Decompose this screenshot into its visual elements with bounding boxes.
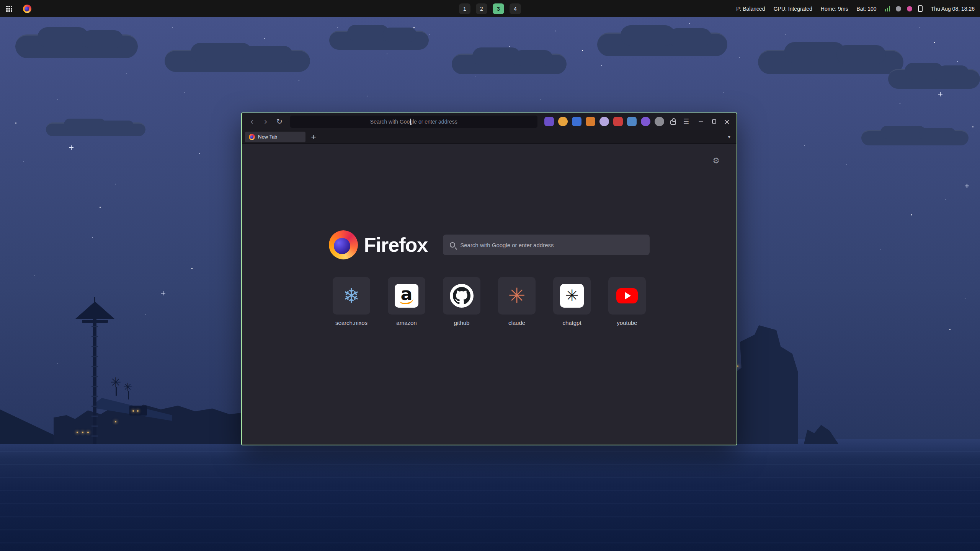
extension-icon[interactable]	[599, 117, 609, 126]
clock: Thu Aug 08, 18:26	[931, 6, 975, 12]
shore-light	[77, 432, 78, 433]
extension-icon[interactable]	[627, 117, 637, 126]
ocean	[0, 439, 980, 551]
workspace-button-4[interactable]: 4	[510, 3, 521, 14]
palm-tree-icon: ✳	[110, 376, 121, 389]
search-input[interactable]	[460, 242, 643, 248]
star-sparkle-icon	[161, 291, 165, 295]
tab-new-tab[interactable]: New Tab	[245, 132, 305, 142]
cloud	[758, 50, 903, 74]
star-sparkle-icon	[69, 145, 74, 150]
url-bar-container	[290, 116, 537, 128]
youtube-play-icon	[616, 288, 638, 303]
shortcut-search-nixos[interactable]: search.nixos	[333, 277, 370, 326]
cloud	[597, 33, 727, 56]
shortcut-label: search.nixos	[335, 320, 368, 326]
workspace-switcher: 1 2 3 4	[459, 0, 521, 17]
cloud	[452, 54, 567, 74]
extension-icon[interactable]	[544, 117, 554, 126]
tab-overflow-chevron-icon[interactable]: ▾	[728, 134, 733, 139]
gpu-status: GPU: Integrated	[774, 6, 812, 12]
shortcut-label: claude	[508, 320, 525, 326]
extension-icon[interactable]	[586, 117, 595, 126]
shortcuts-row: search.nixos amazon github claude	[242, 277, 737, 326]
hue-icon[interactable]	[907, 6, 912, 11]
palm-trunk	[128, 391, 129, 399]
cloud	[888, 69, 980, 89]
app-launcher-icon[interactable]	[5, 5, 13, 13]
hut-light	[115, 421, 116, 422]
phone-icon[interactable]	[918, 5, 923, 12]
workspace-button-3[interactable]: 3	[493, 3, 504, 14]
shortcut-label: amazon	[396, 320, 416, 326]
watchtower-ladder	[91, 326, 98, 441]
newtab-search	[443, 235, 650, 255]
tab-favicon	[249, 134, 255, 140]
watchtower	[94, 297, 95, 302]
github-octocat-icon	[450, 284, 474, 308]
maximize-button[interactable]	[710, 118, 717, 125]
firefox-icon[interactable]	[23, 5, 31, 13]
extension-cluster	[544, 117, 664, 126]
star-sparkle-icon	[938, 92, 942, 96]
extensions-puzzle-icon[interactable]	[668, 116, 679, 127]
star-sparkle-icon	[965, 184, 969, 188]
newtab-hero: Firefox	[242, 230, 737, 259]
minimize-button[interactable]: −	[697, 118, 704, 125]
tab-bar: New Tab + ▾	[242, 130, 737, 144]
tab-title: New Tab	[258, 134, 277, 140]
new-tab-button[interactable]: +	[309, 132, 318, 142]
amazon-icon	[395, 284, 418, 308]
shortcut-label: chatgpt	[562, 320, 581, 326]
extension-icon[interactable]	[655, 117, 664, 126]
firefox-logo	[329, 230, 358, 259]
workspace-button-1[interactable]: 1	[459, 3, 470, 14]
extension-icon[interactable]	[613, 117, 623, 126]
extension-icon[interactable]	[641, 117, 650, 126]
top-bar: 1 2 3 4 P: Balanced GPU: Integrated Home…	[0, 0, 980, 17]
workspace-button-2[interactable]: 2	[476, 3, 487, 14]
hut-light	[137, 410, 139, 412]
new-tab-page: ⚙ Firefox search.nixos amazon	[242, 144, 737, 445]
firefox-wordmark: Firefox	[364, 233, 428, 256]
forward-button[interactable]: ›	[260, 116, 272, 128]
shortcut-claude[interactable]: claude	[498, 277, 536, 326]
cloud	[329, 31, 429, 50]
cloud	[165, 50, 310, 72]
hut-light	[132, 410, 134, 412]
shore-light	[82, 432, 83, 433]
palm-trunk	[116, 387, 117, 396]
shortcut-chatgpt[interactable]: chatgpt	[553, 277, 591, 326]
firefox-window: ‹ › ↻ ☰ − × New Tab +	[241, 112, 737, 445]
close-button[interactable]: ×	[724, 118, 730, 125]
search-icon	[450, 242, 455, 248]
nixos-snowflake-icon	[343, 286, 360, 306]
settings-gear-icon[interactable]: ⚙	[712, 157, 720, 165]
network-signal-icon[interactable]	[885, 6, 890, 11]
url-bar[interactable]	[290, 116, 537, 128]
extension-icon[interactable]	[558, 117, 568, 126]
shore-light	[87, 432, 89, 433]
power-profile-status: P: Balanced	[736, 6, 765, 12]
shortcut-youtube[interactable]: youtube	[608, 277, 646, 326]
back-button[interactable]: ‹	[246, 116, 258, 128]
ping-status: Home: 9ms	[821, 6, 848, 12]
menu-hamburger-icon[interactable]: ☰	[680, 118, 692, 125]
reload-button[interactable]: ↻	[273, 116, 286, 128]
status-dot-icon[interactable]	[896, 6, 901, 11]
cloud	[46, 122, 145, 136]
shortcut-label: youtube	[617, 320, 637, 326]
shortcut-github[interactable]: github	[443, 277, 480, 326]
shortcut-label: github	[454, 320, 470, 326]
cloud	[861, 130, 969, 145]
extension-icon[interactable]	[572, 117, 581, 126]
browser-toolbar: ‹ › ↻ ☰ − ×	[242, 113, 737, 130]
battery-status: Bat: 100	[856, 6, 876, 12]
shortcut-amazon[interactable]: amazon	[388, 277, 425, 326]
claude-starburst-icon	[508, 285, 525, 306]
window-controls: − ×	[697, 118, 733, 125]
chatgpt-knot-icon	[560, 284, 584, 308]
cloud	[15, 34, 138, 58]
